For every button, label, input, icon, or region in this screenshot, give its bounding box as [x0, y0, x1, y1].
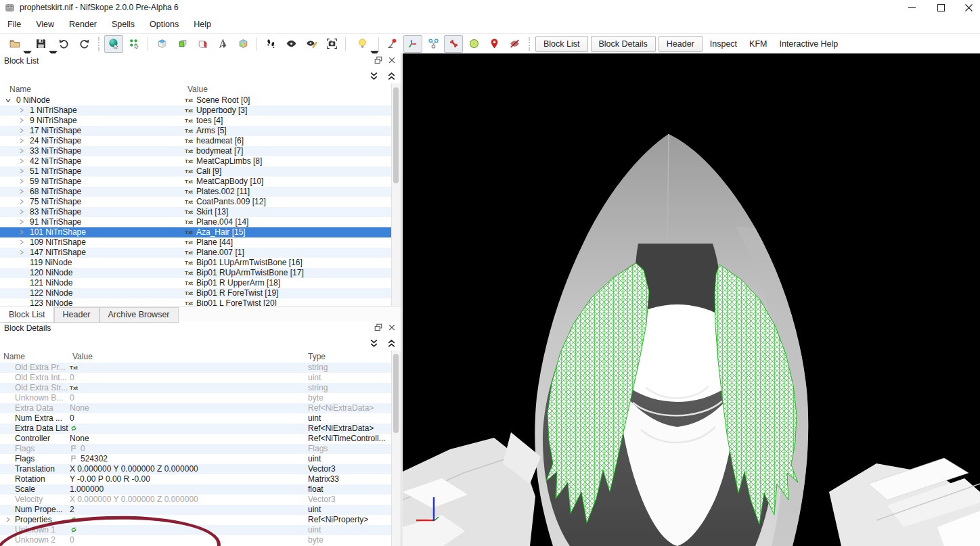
view-side-button[interactable]	[193, 35, 212, 53]
field-value[interactable]: X 0.000000 Y 0.000000 Z 0.000000	[70, 464, 198, 474]
header-toolbar-button[interactable]: Header	[659, 36, 703, 52]
menu-view[interactable]: View	[28, 17, 62, 32]
block-list-row[interactable]: 83 NiTriShapeTxtSkirt [13]	[0, 207, 392, 217]
inspect-button[interactable]: Inspect	[704, 37, 743, 51]
lighting-button[interactable]	[350, 35, 374, 53]
toolbar-drag-handle[interactable]	[529, 37, 530, 51]
view-top-button[interactable]	[152, 35, 171, 53]
block-list-row[interactable]: 68 NiTriShapeTxtPlates.002 [11]	[0, 187, 392, 197]
block-list-scrollbar[interactable]	[391, 83, 401, 306]
block-details-row[interactable]: Flags0Flags	[0, 444, 392, 454]
block-details-row[interactable]: Unknown 1uint	[0, 525, 392, 535]
expand-all-icon[interactable]	[369, 338, 379, 348]
expander-icon[interactable]	[5, 515, 12, 525]
menu-help[interactable]: Help	[186, 17, 219, 32]
expander-icon[interactable]	[19, 177, 26, 187]
expander-icon[interactable]	[19, 197, 26, 207]
kfm-button[interactable]: KFM	[743, 37, 773, 51]
block-details-row[interactable]: Unknown B...0byte	[0, 393, 392, 403]
constraints-button[interactable]	[424, 35, 443, 53]
scrollbar-thumb[interactable]	[393, 354, 399, 433]
block-details-row[interactable]: TranslationX 0.000000 Y 0.000000 Z 0.000…	[0, 464, 392, 474]
block-details-row[interactable]: Unknown 20byte	[0, 535, 392, 545]
dropdown-arrow-icon[interactable]	[369, 47, 374, 51]
user-view-button[interactable]	[233, 35, 252, 53]
dropdown-arrow-icon[interactable]	[47, 47, 52, 51]
show-hidden-button[interactable]	[282, 35, 300, 53]
furniture-button[interactable]	[485, 35, 504, 53]
block-list-row[interactable]: 119 NiNodeTxtBip01 LUpArmTwistBone [16]	[0, 258, 392, 268]
column-value[interactable]: Value	[187, 85, 208, 94]
block-details-toolbar-button[interactable]: Block Details	[591, 36, 656, 52]
block-details-row[interactable]: VelocityX 0.000000 Y 0.000000 Z 0.000000…	[0, 495, 392, 505]
block-details-row[interactable]: Old Extra Int...0uint	[0, 373, 392, 383]
field-value[interactable]: 0	[70, 444, 85, 454]
block-details-row[interactable]: Extra Data ListRef<NiExtraData>	[0, 424, 392, 434]
block-details-scrollbar[interactable]	[391, 350, 401, 546]
undo-button[interactable]	[54, 35, 73, 53]
field-value[interactable]: 0	[70, 393, 74, 403]
block-list-row[interactable]: 42 NiTriShapeTxtMeatCapLimbs [8]	[0, 156, 392, 166]
vertex-select-mode-button[interactable]	[125, 35, 143, 53]
expander-icon[interactable]	[19, 116, 26, 126]
block-list-toolbar-button[interactable]: Block List	[535, 36, 588, 52]
menu-render[interactable]: Render	[62, 17, 104, 32]
expander-icon[interactable]	[19, 187, 26, 197]
havok-button[interactable]	[383, 35, 402, 53]
column-type[interactable]: Type	[308, 352, 326, 361]
expander-icon[interactable]	[19, 146, 26, 156]
markers-button[interactable]	[464, 35, 483, 53]
save-button[interactable]	[28, 35, 53, 53]
block-details-row[interactable]: Extra DataNoneRef<NiExtraData>	[0, 403, 392, 413]
expander-icon[interactable]	[19, 166, 26, 177]
close-button[interactable]	[958, 0, 979, 15]
block-details-row[interactable]: Flags524302uint	[0, 454, 392, 464]
block-list-row[interactable]: 17 NiTriShapeTxtArms [5]	[0, 126, 392, 136]
column-name[interactable]: Name	[9, 85, 31, 94]
field-value[interactable]: X 0.000000 Y 0.000000 Z 0.000000	[70, 495, 198, 505]
field-value[interactable]: Y -0.00 P 0.00 R -0.00	[70, 474, 150, 484]
field-value[interactable]: None	[70, 403, 89, 413]
field-value[interactable]	[70, 515, 81, 525]
block-list-row[interactable]: 75 NiTriShapeTxtCoatPants.009 [12]	[0, 197, 392, 207]
close-panel-icon[interactable]	[387, 323, 397, 332]
field-value[interactable]: Txt	[70, 363, 81, 373]
open-button[interactable]	[3, 35, 27, 53]
block-details-row[interactable]: Old Extra Str...Txtstring	[0, 383, 392, 393]
block-list-row[interactable]: 101 NiTriShapeTxtAza_Hair [15]	[0, 227, 392, 237]
block-list-row[interactable]: 59 NiTriShapeTxtMeatCapBody [10]	[0, 177, 392, 187]
expander-icon[interactable]	[19, 207, 26, 217]
block-list-row[interactable]: 0 NiNodeTxtScene Root [0]	[0, 95, 392, 106]
field-value[interactable]: Txt	[70, 383, 81, 393]
field-value[interactable]	[70, 424, 81, 434]
show-axes-button[interactable]	[403, 35, 422, 53]
expander-icon[interactable]	[19, 227, 26, 237]
interactive-help-button[interactable]: Interactive Help	[773, 37, 844, 51]
block-list-row[interactable]: 91 NiTriShapeTxtPlane.004 [14]	[0, 217, 392, 227]
dropdown-arrow-icon[interactable]	[22, 47, 26, 51]
column-header[interactable]: Name Value	[0, 83, 401, 96]
block-list-row[interactable]: 109 NiTriShapeTxtPlane [44]	[0, 237, 392, 248]
scrollbar-thumb[interactable]	[393, 87, 399, 183]
menu-options[interactable]: Options	[142, 17, 186, 32]
menu-spells[interactable]: Spells	[104, 17, 142, 32]
block-list-row[interactable]: 121 NiNodeTxtBip01 R UpperArm [18]	[0, 278, 392, 288]
toolbar-drag-handle[interactable]	[98, 37, 99, 51]
block-details-row[interactable]: PropertiesRef<NiProperty>	[0, 515, 392, 525]
block-list-row[interactable]: 120 NiNodeTxtBip01 RUpArmTwistBone [17]	[0, 268, 392, 278]
close-panel-icon[interactable]	[387, 55, 397, 65]
block-list-row[interactable]: 33 NiTriShapeTxtbodymeat [7]	[0, 146, 392, 156]
3d-viewport[interactable]	[403, 53, 980, 546]
walk-mode-button[interactable]	[261, 35, 280, 53]
field-value[interactable]: 0	[70, 373, 74, 383]
column-name[interactable]: Name	[3, 352, 25, 361]
maximize-button[interactable]	[931, 0, 951, 15]
column-value[interactable]: Value	[72, 352, 93, 361]
expander-icon[interactable]	[19, 217, 26, 227]
block-details-row[interactable]: Num Prope...2uint	[0, 505, 392, 515]
expander-icon[interactable]	[19, 126, 26, 136]
expander-icon[interactable]	[19, 136, 26, 146]
block-list-row[interactable]: 122 NiNodeTxtBip01 R ForeTwist [19]	[0, 288, 392, 298]
object-select-mode-button[interactable]	[104, 35, 123, 53]
block-list-row[interactable]: 9 NiTriShapeTxttoes [4]	[0, 116, 392, 126]
